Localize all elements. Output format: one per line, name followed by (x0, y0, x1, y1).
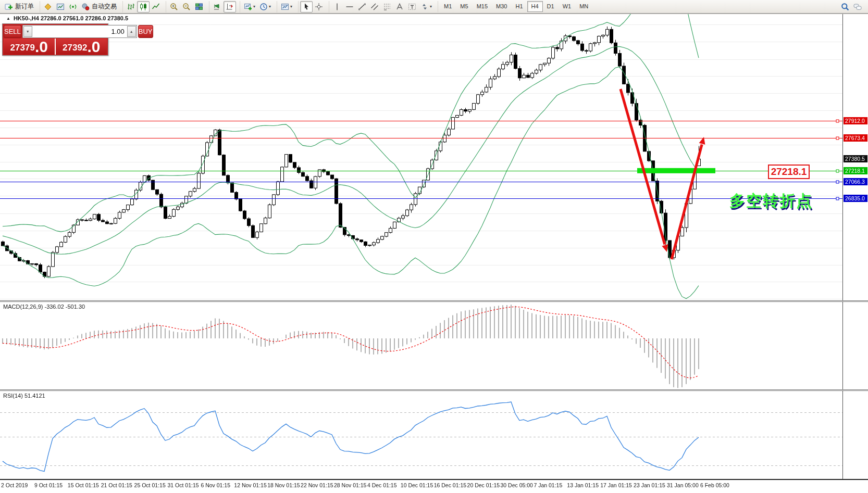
new-chart-button[interactable]: ▾ (242, 1, 257, 12)
new-order-button[interactable]: 新订单 (3, 1, 36, 12)
search-button[interactable] (839, 1, 851, 12)
toolbar: 新订单自动交易▾▾▾▾ M1M5M15M30H1H4D1W1MN (0, 0, 868, 14)
timeframe-w1-button[interactable]: W1 (559, 1, 576, 12)
sell-button[interactable]: SELL (4, 25, 21, 38)
equidistant-channel-button[interactable] (368, 1, 381, 12)
horizontal-line-button[interactable] (343, 1, 356, 12)
cursor-button[interactable] (300, 1, 313, 12)
timeframe-m30-button[interactable]: M30 (492, 1, 511, 12)
level-price-badge: 27912.0 (844, 117, 867, 124)
new-order-icon (5, 3, 13, 11)
timeframe-m5-button[interactable]: M5 (456, 1, 472, 12)
horizontal-line-icon (345, 3, 354, 11)
vertical-line-button[interactable] (331, 1, 343, 12)
sell-price-main: 27379 (10, 41, 35, 55)
timeframe-d1-button[interactable]: D1 (543, 1, 559, 12)
chevron-down-icon: ▾ (290, 4, 292, 9)
level-price-badge: 27066.3 (844, 178, 867, 185)
volume-input[interactable] (33, 28, 127, 35)
chart-title-text: HK50-,H4 27286.0 27561.0 27286.0 27380.5 (14, 15, 128, 21)
time-axis-label: 13 Jan 01:15 (567, 482, 599, 488)
candlestick-chart-button[interactable] (137, 1, 150, 12)
crosshair-button[interactable] (313, 1, 325, 12)
fibonacci-button[interactable] (381, 1, 393, 12)
time-axis-divider (0, 479, 868, 480)
time-axis-label: 17 Jan 01:15 (600, 482, 632, 488)
rsi-pane-divider[interactable] (0, 389, 868, 391)
buy-price-main: 27392 (63, 41, 87, 55)
search-icon (841, 3, 849, 11)
trendline-icon (358, 3, 366, 11)
time-axis-label: 16 Dec 01:15 (434, 482, 466, 488)
buy-button[interactable]: BUY (138, 25, 153, 38)
chart-canvas[interactable] (0, 0, 868, 493)
vertical-line-icon (333, 3, 341, 11)
templates-button[interactable]: ▾ (279, 1, 294, 12)
text-button[interactable] (393, 1, 406, 12)
toolbar-group: ▾ (329, 1, 436, 12)
autotrading-icon (81, 3, 90, 11)
timeframe-m15-button[interactable]: M15 (473, 1, 492, 12)
text-label-icon (408, 3, 416, 11)
autotrading-button[interactable]: 自动交易 (79, 1, 119, 12)
zoom-in-button[interactable] (168, 1, 180, 12)
timeframe-m1-button[interactable]: M1 (440, 1, 456, 12)
toolbar-group (209, 1, 238, 12)
text-label-button[interactable] (406, 1, 418, 12)
chat-button[interactable] (851, 1, 864, 12)
periods-button[interactable]: ▾ (257, 1, 273, 12)
time-axis-label: 15 Oct 01:15 (68, 482, 99, 488)
new-chart-icon (244, 3, 252, 11)
window-border (0, 14, 868, 14)
bar-chart-icon (127, 3, 135, 11)
time-axis-label: 31 Oct 01:15 (168, 482, 199, 488)
timeframe-mn-button[interactable]: MN (575, 1, 592, 12)
toolbar-group (166, 1, 207, 12)
volume-stepper: ▼ ▲ (22, 25, 137, 38)
time-axis-label: 20 Dec 01:15 (467, 482, 500, 488)
time-axis-label: 21 Oct 01:15 (101, 482, 132, 488)
autotrading-label: 自动交易 (92, 2, 117, 11)
timeframe-h4-button[interactable]: H4 (527, 1, 543, 12)
chart-shift-button[interactable] (224, 1, 236, 12)
data-window-button[interactable] (54, 1, 67, 12)
chart-collapse-icon[interactable]: ▲ (6, 16, 10, 21)
auto-scroll-button[interactable] (211, 1, 224, 12)
macd-pane-divider[interactable] (0, 300, 868, 302)
tile-windows-button[interactable] (193, 1, 205, 12)
sell-price[interactable]: 27379.0 (4, 39, 56, 55)
arrows-button[interactable]: ▾ (418, 1, 434, 12)
level-price-badge: 27218.1 (844, 167, 867, 174)
signals-icon (69, 3, 77, 11)
time-axis-label: 4 Dec 01:15 (367, 482, 397, 488)
level-price-badge: 27673.4 (844, 134, 867, 142)
fibonacci-icon (383, 3, 391, 11)
signals-button[interactable] (67, 1, 79, 12)
auto-scroll-icon (213, 3, 221, 11)
line-chart-button[interactable] (150, 1, 162, 12)
volume-up-button[interactable]: ▲ (127, 26, 136, 37)
new-order-label: 新订单 (15, 2, 34, 11)
zoom-out-button[interactable] (180, 1, 193, 12)
level-price-badge: 26835.0 (844, 195, 867, 202)
market-watch-button[interactable] (42, 1, 54, 12)
sell-price-big: .0 (35, 39, 48, 55)
time-axis-label: 23 Jan 01:15 (634, 482, 665, 488)
toolbar-group: ▾ (277, 1, 296, 12)
chart-shift-icon (226, 3, 234, 11)
trendline-button[interactable] (356, 1, 368, 12)
time-axis-label: 12 Nov 01:15 (234, 482, 266, 488)
toolbar-groups: 新订单自动交易▾▾▾▾ (1, 1, 438, 12)
volume-down-button[interactable]: ▼ (23, 26, 32, 37)
timeframe-h1-button[interactable]: H1 (511, 1, 527, 12)
buy-price[interactable]: 27392.0 (56, 39, 107, 55)
market-watch-icon (44, 3, 52, 11)
bar-chart-button[interactable] (125, 1, 137, 12)
time-axis-label: 18 Nov 01:15 (267, 482, 300, 488)
chevron-down-icon: ▾ (269, 4, 271, 9)
level-callout-label: 27218.1 (768, 165, 810, 179)
tile-windows-icon (195, 3, 203, 11)
time-axis-label: 30 Dec 05:00 (501, 482, 533, 488)
time-axis-label: 6 Feb 05:00 (700, 482, 729, 488)
mt4-window: 新订单自动交易▾▾▾▾ M1M5M15M30H1H4D1W1MN ▲ HK50-… (0, 0, 868, 493)
